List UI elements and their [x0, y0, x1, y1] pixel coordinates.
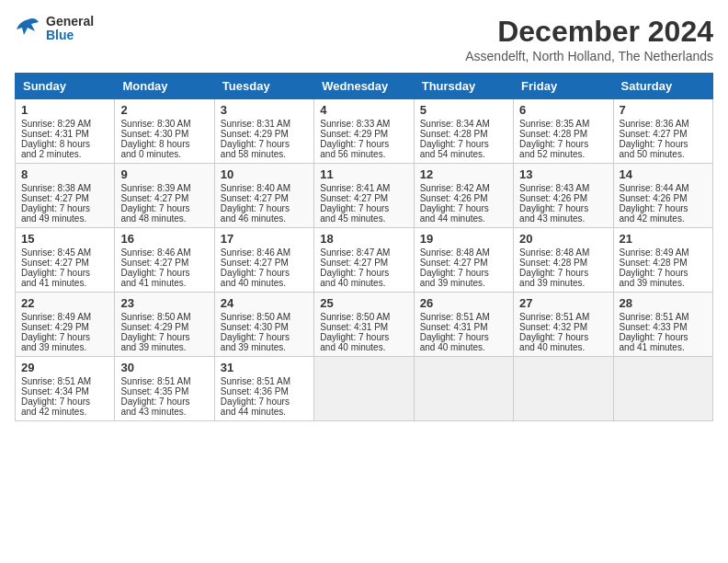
calendar-cell: 13 Sunrise: 8:43 AMSunset: 4:26 PMDaylig… — [514, 164, 613, 228]
col-header-sunday: Sunday — [16, 74, 115, 99]
day-number: 10 — [221, 167, 308, 181]
calendar-cell: 27 Sunrise: 8:51 AMSunset: 4:32 PMDaylig… — [514, 293, 613, 357]
day-number: 28 — [620, 296, 707, 310]
day-number: 31 — [221, 361, 308, 374]
calendar-cell: 12 Sunrise: 8:42 AMSunset: 4:26 PMDaylig… — [414, 164, 513, 228]
day-number: 14 — [620, 167, 707, 181]
cell-info: Sunrise: 8:43 AMSunset: 4:26 PMDaylight:… — [519, 183, 589, 224]
calendar-cell: 5 Sunrise: 8:34 AMSunset: 4:28 PMDayligh… — [414, 99, 513, 164]
day-number: 12 — [420, 167, 507, 181]
calendar-cell: 28 Sunrise: 8:51 AMSunset: 4:33 PMDaylig… — [613, 293, 712, 357]
calendar-cell — [514, 357, 613, 421]
calendar-week-5: 29 Sunrise: 8:51 AMSunset: 4:34 PMDaylig… — [16, 357, 713, 421]
cell-info: Sunrise: 8:50 AMSunset: 4:30 PMDaylight:… — [221, 312, 290, 352]
day-number: 30 — [120, 361, 208, 374]
calendar-cell: 24 Sunrise: 8:50 AMSunset: 4:30 PMDaylig… — [214, 293, 313, 357]
cell-info: Sunrise: 8:49 AMSunset: 4:29 PMDaylight:… — [21, 312, 91, 352]
logo-container: General Blue — [15, 15, 94, 43]
cell-info: Sunrise: 8:38 AMSunset: 4:27 PMDaylight:… — [21, 183, 91, 224]
day-number: 17 — [221, 232, 308, 246]
logo-bird-icon — [15, 15, 42, 42]
calendar-week-3: 15 Sunrise: 8:45 AMSunset: 4:27 PMDaylig… — [16, 228, 713, 293]
calendar-cell: 14 Sunrise: 8:44 AMSunset: 4:26 PMDaylig… — [613, 164, 712, 228]
calendar-header-row: SundayMondayTuesdayWednesdayThursdayFrid… — [16, 74, 713, 99]
day-number: 2 — [120, 103, 208, 117]
location-subtitle: Assendelft, North Holland, The Netherlan… — [465, 49, 713, 63]
cell-info: Sunrise: 8:33 AMSunset: 4:29 PMDaylight:… — [320, 119, 390, 159]
calendar-cell: 8 Sunrise: 8:38 AMSunset: 4:27 PMDayligh… — [16, 164, 115, 228]
cell-info: Sunrise: 8:36 AMSunset: 4:27 PMDaylight:… — [620, 119, 689, 159]
day-number: 13 — [519, 167, 607, 181]
cell-info: Sunrise: 8:47 AMSunset: 4:27 PMDaylight:… — [320, 247, 390, 288]
calendar-cell — [414, 357, 513, 421]
day-number: 19 — [420, 232, 507, 246]
calendar-cell: 15 Sunrise: 8:45 AMSunset: 4:27 PMDaylig… — [16, 228, 115, 293]
calendar-week-1: 1 Sunrise: 8:29 AMSunset: 4:31 PMDayligh… — [16, 99, 713, 164]
cell-info: Sunrise: 8:50 AMSunset: 4:29 PMDaylight:… — [120, 312, 190, 352]
cell-info: Sunrise: 8:50 AMSunset: 4:31 PMDaylight:… — [320, 312, 390, 352]
day-number: 25 — [320, 296, 407, 310]
day-number: 9 — [120, 167, 208, 181]
cell-info: Sunrise: 8:41 AMSunset: 4:27 PMDaylight:… — [320, 183, 390, 224]
title-block: December 2024 Assendelft, North Holland,… — [465, 15, 713, 63]
page-header: General Blue December 2024 Assendelft, N… — [15, 15, 713, 63]
cell-info: Sunrise: 8:40 AMSunset: 4:27 PMDaylight:… — [221, 183, 290, 224]
calendar-week-4: 22 Sunrise: 8:49 AMSunset: 4:29 PMDaylig… — [16, 293, 713, 357]
day-number: 1 — [21, 103, 108, 117]
calendar-cell: 18 Sunrise: 8:47 AMSunset: 4:27 PMDaylig… — [314, 228, 414, 293]
day-number: 23 — [120, 296, 208, 310]
logo-line1: General — [46, 15, 94, 29]
cell-info: Sunrise: 8:42 AMSunset: 4:26 PMDaylight:… — [420, 183, 490, 224]
calendar-cell: 6 Sunrise: 8:35 AMSunset: 4:28 PMDayligh… — [514, 99, 613, 164]
col-header-thursday: Thursday — [414, 74, 513, 99]
day-number: 22 — [21, 296, 108, 310]
day-number: 5 — [420, 103, 507, 117]
day-number: 6 — [519, 103, 607, 117]
day-number: 16 — [120, 232, 208, 246]
cell-info: Sunrise: 8:51 AMSunset: 4:33 PMDaylight:… — [620, 312, 689, 352]
calendar-cell: 20 Sunrise: 8:48 AMSunset: 4:28 PMDaylig… — [514, 228, 613, 293]
calendar-cell — [613, 357, 712, 421]
day-number: 21 — [620, 232, 707, 246]
calendar-cell: 31 Sunrise: 8:51 AMSunset: 4:36 PMDaylig… — [214, 357, 313, 421]
calendar-cell: 4 Sunrise: 8:33 AMSunset: 4:29 PMDayligh… — [314, 99, 414, 164]
cell-info: Sunrise: 8:51 AMSunset: 4:35 PMDaylight:… — [120, 376, 190, 417]
day-number: 3 — [221, 103, 308, 117]
cell-info: Sunrise: 8:46 AMSunset: 4:27 PMDaylight:… — [221, 247, 290, 288]
calendar-cell: 23 Sunrise: 8:50 AMSunset: 4:29 PMDaylig… — [115, 293, 214, 357]
cell-info: Sunrise: 8:51 AMSunset: 4:36 PMDaylight:… — [221, 376, 290, 417]
cell-info: Sunrise: 8:49 AMSunset: 4:28 PMDaylight:… — [620, 247, 689, 288]
logo-line2: Blue — [46, 29, 94, 42]
cell-info: Sunrise: 8:51 AMSunset: 4:34 PMDaylight:… — [21, 376, 91, 417]
calendar-cell: 10 Sunrise: 8:40 AMSunset: 4:27 PMDaylig… — [214, 164, 313, 228]
cell-info: Sunrise: 8:48 AMSunset: 4:27 PMDaylight:… — [420, 247, 490, 288]
day-number: 7 — [620, 103, 707, 117]
day-number: 27 — [519, 296, 607, 310]
calendar-cell: 26 Sunrise: 8:51 AMSunset: 4:31 PMDaylig… — [414, 293, 513, 357]
cell-info: Sunrise: 8:51 AMSunset: 4:32 PMDaylight:… — [519, 312, 589, 352]
day-number: 20 — [519, 232, 607, 246]
cell-info: Sunrise: 8:46 AMSunset: 4:27 PMDaylight:… — [120, 247, 190, 288]
calendar-cell: 25 Sunrise: 8:50 AMSunset: 4:31 PMDaylig… — [314, 293, 414, 357]
logo: General Blue — [15, 15, 94, 43]
cell-info: Sunrise: 8:29 AMSunset: 4:31 PMDaylight:… — [21, 119, 91, 159]
day-number: 11 — [320, 167, 407, 181]
calendar-cell: 3 Sunrise: 8:31 AMSunset: 4:29 PMDayligh… — [214, 99, 313, 164]
col-header-monday: Monday — [115, 74, 214, 99]
calendar-cell: 2 Sunrise: 8:30 AMSunset: 4:30 PMDayligh… — [115, 99, 214, 164]
cell-info: Sunrise: 8:35 AMSunset: 4:28 PMDaylight:… — [519, 119, 589, 159]
col-header-tuesday: Tuesday — [214, 74, 313, 99]
cell-info: Sunrise: 8:30 AMSunset: 4:30 PMDaylight:… — [120, 119, 190, 159]
day-number: 26 — [420, 296, 507, 310]
calendar-cell: 22 Sunrise: 8:49 AMSunset: 4:29 PMDaylig… — [16, 293, 115, 357]
calendar-cell: 11 Sunrise: 8:41 AMSunset: 4:27 PMDaylig… — [314, 164, 414, 228]
day-number: 18 — [320, 232, 407, 246]
day-number: 24 — [221, 296, 308, 310]
cell-info: Sunrise: 8:45 AMSunset: 4:27 PMDaylight:… — [21, 247, 91, 288]
cell-info: Sunrise: 8:34 AMSunset: 4:28 PMDaylight:… — [420, 119, 490, 159]
month-title: December 2024 — [465, 15, 713, 49]
calendar-cell — [314, 357, 414, 421]
day-number: 8 — [21, 167, 108, 181]
col-header-friday: Friday — [514, 74, 613, 99]
calendar-table: SundayMondayTuesdayWednesdayThursdayFrid… — [15, 73, 713, 421]
